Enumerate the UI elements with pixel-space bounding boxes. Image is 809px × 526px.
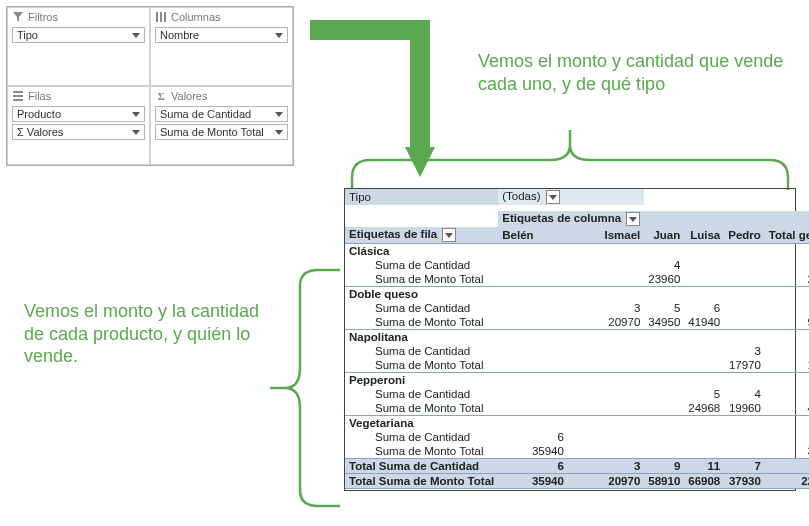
field-pill-tipo[interactable]: Tipo bbox=[12, 27, 145, 43]
pivot-column-headers: Etiquetas de fila Belén Ismael Juan Luis… bbox=[345, 227, 809, 244]
col-header[interactable]: Luisa bbox=[684, 227, 724, 244]
row-product[interactable]: Napolitana bbox=[345, 330, 809, 345]
cell bbox=[498, 387, 568, 401]
pivot-field-list: Filtros Tipo Columnas Nombre Filas Produ… bbox=[6, 6, 294, 166]
cell bbox=[724, 272, 765, 287]
cell-total: 3 bbox=[765, 344, 809, 358]
grand-total-label: Total Suma de Cantidad bbox=[345, 459, 498, 474]
field-pill-values-axis[interactable]: Σ Valores bbox=[12, 124, 145, 140]
cell bbox=[684, 430, 724, 444]
cell: 4 bbox=[724, 387, 765, 401]
col-header[interactable]: Juan bbox=[644, 227, 684, 244]
zone-columns[interactable]: Columnas Nombre bbox=[150, 7, 293, 86]
svg-rect-4 bbox=[13, 95, 23, 97]
cell: 5 bbox=[644, 301, 684, 315]
pivot-table: Tipo (Todas) Etiquetas de columna Etique… bbox=[344, 188, 796, 491]
zone-columns-header: Columnas bbox=[155, 11, 288, 23]
callout-left-text: Vemos el monto y la cantidad de cada pro… bbox=[24, 300, 274, 368]
cell bbox=[568, 387, 644, 401]
table-row: Suma de Monto Total 23960 23960 bbox=[345, 272, 809, 287]
table-row: Suma de Cantidad 5 4 9 bbox=[345, 387, 809, 401]
cell-total: 14 bbox=[765, 301, 809, 315]
svg-rect-1 bbox=[160, 12, 162, 22]
pivot-row-axis-label[interactable]: Etiquetas de fila bbox=[345, 227, 498, 244]
cell-total: 9 bbox=[765, 387, 809, 401]
cell-total: 44928 bbox=[765, 401, 809, 416]
pivot-col-axis-row: Etiquetas de columna bbox=[345, 211, 809, 227]
cell bbox=[568, 401, 644, 416]
dropdown-icon[interactable] bbox=[626, 212, 640, 226]
cell bbox=[724, 430, 765, 444]
zone-filters-header: Filtros bbox=[12, 11, 145, 23]
zone-rows-label: Filas bbox=[28, 90, 51, 102]
cell-total: 36 bbox=[765, 459, 809, 474]
pivot-filter-value[interactable]: (Todas) bbox=[498, 189, 644, 205]
row-product[interactable]: Clásica bbox=[345, 244, 809, 259]
row-measure: Suma de Monto Total bbox=[345, 444, 498, 459]
cell-total: 4 bbox=[765, 258, 809, 272]
row-product[interactable]: Doble queso bbox=[345, 287, 809, 302]
field-pill-nombre[interactable]: Nombre bbox=[155, 27, 288, 43]
col-header-grand[interactable]: Total general bbox=[765, 227, 809, 244]
zone-values-header: Σ Valores bbox=[155, 90, 288, 102]
pivot-filter-value-text: (Todas) bbox=[502, 190, 540, 202]
zone-columns-label: Columnas bbox=[171, 11, 221, 23]
cell bbox=[724, 258, 765, 272]
table-row: Suma de Cantidad 3 3 bbox=[345, 344, 809, 358]
cell bbox=[684, 444, 724, 459]
col-header[interactable]: Belén bbox=[498, 227, 568, 244]
pivot-filter-field[interactable]: Tipo bbox=[345, 189, 498, 205]
zone-rows[interactable]: Filas Producto Σ Valores bbox=[7, 86, 150, 165]
zone-filters-label: Filtros bbox=[28, 11, 58, 23]
grand-total-qty-row: Total Suma de Cantidad 6 3 9 11 7 36 bbox=[345, 459, 809, 474]
cell bbox=[644, 401, 684, 416]
chevron-down-icon bbox=[132, 112, 140, 117]
columns-icon bbox=[155, 11, 167, 23]
row-measure: Suma de Cantidad bbox=[345, 258, 498, 272]
cell: 5 bbox=[684, 387, 724, 401]
pivot-table-grid: Tipo (Todas) Etiquetas de columna Etique… bbox=[345, 189, 809, 489]
row-product[interactable]: Vegetariana bbox=[345, 416, 809, 431]
cell: 9 bbox=[644, 459, 684, 474]
filter-icon bbox=[12, 11, 24, 23]
cell: 3 bbox=[724, 344, 765, 358]
cell bbox=[498, 258, 568, 272]
field-pill-label: Producto bbox=[17, 108, 61, 120]
cell bbox=[644, 344, 684, 358]
field-pill-suma-monto[interactable]: Suma de Monto Total bbox=[155, 124, 288, 140]
row-product[interactable]: Pepperoni bbox=[345, 373, 809, 388]
cell bbox=[724, 315, 765, 330]
field-pill-label: Suma de Monto Total bbox=[160, 126, 264, 138]
brace-left-icon bbox=[270, 268, 340, 508]
cell bbox=[644, 444, 684, 459]
cell bbox=[498, 401, 568, 416]
col-header[interactable]: Pedro bbox=[724, 227, 765, 244]
field-pill-label: Nombre bbox=[160, 29, 199, 41]
dropdown-icon[interactable] bbox=[546, 190, 560, 204]
dropdown-icon[interactable] bbox=[442, 228, 456, 242]
cell bbox=[568, 272, 644, 287]
table-row: Suma de Monto Total 20970 34950 41940 97… bbox=[345, 315, 809, 330]
brace-top-icon bbox=[350, 130, 790, 190]
pivot-col-axis-label[interactable]: Etiquetas de columna bbox=[498, 211, 644, 227]
cell: 58910 bbox=[644, 474, 684, 489]
field-pill-suma-cantidad[interactable]: Suma de Cantidad bbox=[155, 106, 288, 122]
field-pill-label: Suma de Cantidad bbox=[160, 108, 251, 120]
cell bbox=[568, 444, 644, 459]
cell bbox=[644, 358, 684, 373]
col-header[interactable]: Ismael bbox=[568, 227, 644, 244]
row-measure: Suma de Monto Total bbox=[345, 358, 498, 373]
table-row: Suma de Monto Total 17970 17970 bbox=[345, 358, 809, 373]
zone-values[interactable]: Σ Valores Suma de Cantidad Suma de Monto… bbox=[150, 86, 293, 165]
cell: 24968 bbox=[684, 401, 724, 416]
zone-filters[interactable]: Filtros Tipo bbox=[7, 7, 150, 86]
cell bbox=[498, 358, 568, 373]
cell bbox=[498, 272, 568, 287]
field-pill-producto[interactable]: Producto bbox=[12, 106, 145, 122]
cell-total: 220658 bbox=[765, 474, 809, 489]
cell bbox=[498, 344, 568, 358]
table-row: Suma de Monto Total 24968 19960 44928 bbox=[345, 401, 809, 416]
zone-values-label: Valores bbox=[171, 90, 207, 102]
zone-rows-header: Filas bbox=[12, 90, 145, 102]
row-measure: Suma de Monto Total bbox=[345, 315, 498, 330]
